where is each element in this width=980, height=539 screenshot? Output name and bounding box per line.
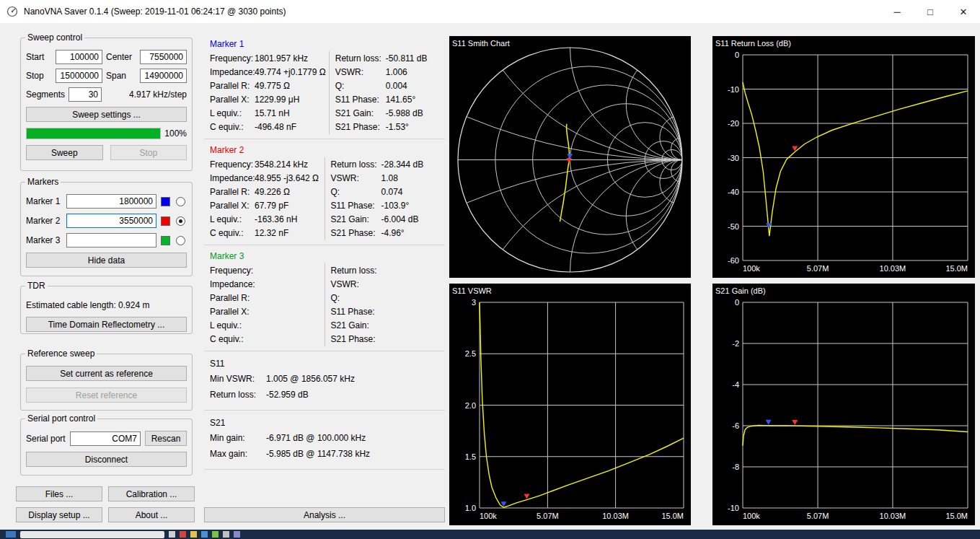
rescan-button[interactable]: Rescan xyxy=(145,431,187,446)
window-controls: ─ □ ✕ xyxy=(880,0,980,23)
set-reference-button[interactable]: Set current as reference xyxy=(26,366,187,381)
marker-frequency-input[interactable] xyxy=(66,233,156,247)
taskbar-search-box[interactable] xyxy=(20,531,164,538)
taskbar-icon[interactable] xyxy=(223,531,229,538)
marker-select-radio[interactable] xyxy=(176,236,185,245)
info-row: Impedance:48.955 -j3.642 Ω xyxy=(210,172,322,185)
files-button[interactable]: Files ... xyxy=(16,486,102,501)
s21-gain-chart[interactable]: S21 Gain (dB)0-2-4-6-8-10100k5.07M10.03M… xyxy=(712,284,975,525)
taskbar-icon[interactable] xyxy=(190,531,197,538)
x-tick-label: 100k xyxy=(743,512,760,520)
tdr-button[interactable]: Time Domain Reflectometry ... xyxy=(26,317,187,332)
field-value: 48.955 -j3.642 Ω xyxy=(255,172,322,185)
s11-vswr-chart[interactable]: S11 VSWR32.52.01.51.0100k5.07M10.03M15.0… xyxy=(449,284,691,525)
taskbar-icon[interactable] xyxy=(234,531,240,538)
info-row: Q:0.074 xyxy=(331,185,443,199)
stop-input[interactable] xyxy=(56,69,102,83)
center-label: Center xyxy=(106,52,136,62)
calibration-button[interactable]: Calibration ... xyxy=(108,486,195,501)
marker-color-swatch[interactable] xyxy=(161,197,170,206)
disconnect-button[interactable]: Disconnect xyxy=(26,452,187,467)
display-setup-button[interactable]: Display setup ... xyxy=(16,507,102,522)
smith-svg: S11 Smith Chart xyxy=(449,36,691,278)
marker-color-swatch[interactable] xyxy=(161,216,170,226)
segments-input[interactable] xyxy=(69,87,102,102)
info-row: S11 Phase:141.65° xyxy=(335,93,442,107)
info-row: Min gain:-6.971 dB @ 100.000 kHz xyxy=(204,430,445,446)
markers-group: Markers Marker 1Marker 2Marker 3 Hide da… xyxy=(20,182,193,276)
marker-frequency-input[interactable] xyxy=(66,214,156,228)
sweep-control-group-label: Sweep control xyxy=(25,32,84,43)
sweep-settings-button[interactable]: Sweep settings ... xyxy=(26,107,187,122)
reset-reference-button[interactable]: Reset reference xyxy=(26,387,187,403)
close-icon[interactable]: ✕ xyxy=(947,0,980,23)
marker-select-radio[interactable] xyxy=(176,197,185,206)
sweep-control-group: Sweep control Start Center Stop Span Seg… xyxy=(20,38,193,171)
field-value: 3548.214 kHz xyxy=(255,158,322,172)
stop-button[interactable]: Stop xyxy=(110,145,187,160)
analysis-button[interactable]: Analysis ... xyxy=(204,507,445,522)
field-label: Parallel X: xyxy=(210,305,255,319)
x-tick-label: 15.0M xyxy=(945,264,968,273)
field-value xyxy=(381,333,443,346)
taskbar-icon[interactable] xyxy=(212,531,218,538)
field-label: S11 Phase: xyxy=(335,93,386,107)
maximize-icon[interactable]: □ xyxy=(914,0,947,23)
y-tick-label: -40 xyxy=(728,188,739,196)
cable-length-text: Estimated cable length: 0.924 m xyxy=(26,298,187,312)
field-label: Min gain: xyxy=(210,430,266,446)
field-label: Parallel X: xyxy=(210,93,255,107)
marker-data-column: Marker 1Frequency:1801.957 kHzImpedance:… xyxy=(204,36,445,473)
field-label: VSWR: xyxy=(335,66,386,79)
chart-marker xyxy=(567,154,573,159)
info-row: Frequency:3548.214 kHz xyxy=(210,158,322,172)
center-input[interactable] xyxy=(140,50,187,64)
about-button[interactable]: About ... xyxy=(108,507,195,522)
s11-return-loss-chart[interactable]: S11 Return Loss (dB)0-10-20-30-40-50-601… xyxy=(712,36,975,278)
field-value xyxy=(381,292,443,305)
info-row: C equiv.:12.32 nF xyxy=(210,227,322,240)
field-label: Impedance: xyxy=(210,66,255,79)
start-button-icon[interactable] xyxy=(6,531,16,538)
minimize-icon[interactable]: ─ xyxy=(880,0,914,23)
s21-info-section: S21Min gain:-6.971 dB @ 100.000 kHzMax g… xyxy=(204,413,445,470)
marker-info-body: Frequency:1801.957 kHzImpedance:49.774 +… xyxy=(204,51,445,134)
field-label: L equiv.: xyxy=(210,107,255,120)
field-value: -103.9° xyxy=(381,199,443,213)
taskbar-icon[interactable] xyxy=(180,531,186,538)
chart-marker xyxy=(524,494,530,499)
y-tick-label: -8 xyxy=(732,463,739,471)
marker-color-swatch[interactable] xyxy=(161,236,170,245)
x-tick-label: 15.0M xyxy=(661,512,684,520)
serial-port-group-label: Serial port control xyxy=(25,413,97,424)
marker-select-radio[interactable] xyxy=(176,216,185,226)
hide-data-button[interactable]: Hide data xyxy=(26,253,187,268)
taskbar-icon[interactable] xyxy=(169,531,175,538)
marker-info-body: Frequency:3548.214 kHzImpedance:48.955 -… xyxy=(204,157,445,240)
sweep-button[interactable]: Sweep xyxy=(26,145,103,160)
field-value xyxy=(381,305,443,319)
marker-frequency-input[interactable] xyxy=(66,194,156,209)
info-row: S21 Gain: xyxy=(331,319,443,333)
taskbar[interactable] xyxy=(0,530,980,539)
field-value xyxy=(381,264,443,278)
field-label: VSWR: xyxy=(331,172,381,185)
field-value: 12.32 nF xyxy=(255,227,322,240)
info-row: C equiv.:-496.48 nF xyxy=(210,120,326,134)
taskbar-icon[interactable] xyxy=(201,531,208,538)
sweep-row-1: Start Center xyxy=(26,50,187,64)
marker-info-section: Marker 2Frequency:3548.214 kHzImpedance:… xyxy=(204,142,445,245)
span-input[interactable] xyxy=(140,69,187,83)
span-label: Span xyxy=(106,71,136,81)
serial-port-input[interactable] xyxy=(70,431,141,446)
start-input[interactable] xyxy=(56,50,102,64)
field-value: 0.074 xyxy=(381,185,443,199)
s11-smith-chart[interactable]: S11 Smith Chart xyxy=(449,36,691,278)
field-value xyxy=(255,292,322,305)
stop-label: Stop xyxy=(26,71,52,81)
vswr-svg: S11 VSWR32.52.01.51.0100k5.07M10.03M15.0… xyxy=(449,284,691,525)
info-row: S11 Phase: xyxy=(331,305,443,319)
info-row: Return loss:-50.811 dB xyxy=(335,52,442,66)
field-label: Frequency: xyxy=(210,52,255,66)
field-label: Return loss: xyxy=(210,387,266,403)
